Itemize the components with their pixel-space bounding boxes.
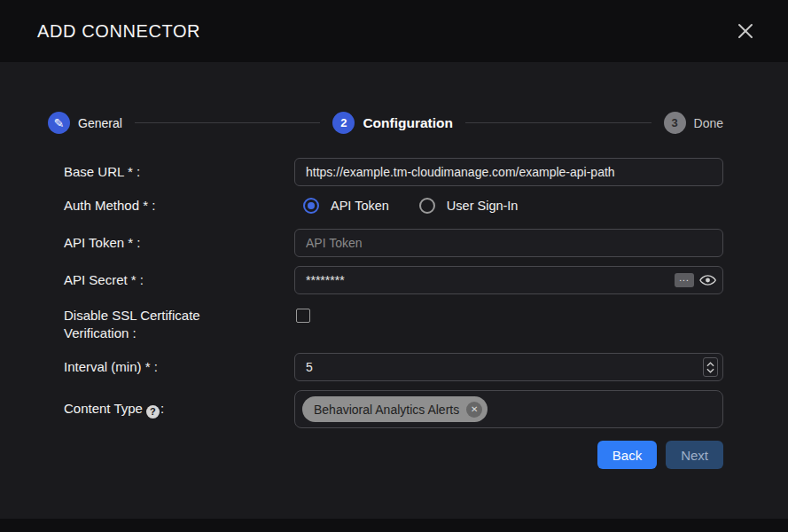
radio-user-signin-label: User Sign-In xyxy=(447,199,519,213)
pencil-icon: ✎ xyxy=(48,112,70,134)
dialog-title: ADD CONNECTOR xyxy=(37,21,200,42)
add-connector-dialog: ADD CONNECTOR ✎ General 2 Configuration … xyxy=(0,0,788,532)
dialog-actions: Back Next xyxy=(64,441,723,469)
step-done-label: Done xyxy=(694,116,723,130)
step-done: 3 Done xyxy=(664,112,723,134)
chip-remove-icon[interactable]: ✕ xyxy=(466,402,482,418)
stepper-divider xyxy=(465,122,651,123)
api-token-row: API Token * : xyxy=(64,229,723,257)
number-stepper[interactable] xyxy=(703,357,718,377)
back-button[interactable]: Back xyxy=(597,441,657,469)
api-token-label: API Token * : xyxy=(64,234,294,252)
step-general[interactable]: ✎ General xyxy=(48,112,122,134)
api-secret-input[interactable] xyxy=(294,266,723,294)
chip-label: Behavioral Analytics Alerts xyxy=(314,403,459,417)
dialog-header: ADD CONNECTOR xyxy=(0,0,788,62)
step-configuration[interactable]: 2 Configuration xyxy=(332,112,453,134)
api-secret-label: API Secret * : xyxy=(64,271,294,289)
next-button[interactable]: Next xyxy=(666,441,723,469)
step-configuration-number: 2 xyxy=(332,112,355,134)
step-general-label: General xyxy=(78,116,122,130)
auth-method-label: Auth Method * : xyxy=(64,197,294,215)
auth-method-radio-group: API Token User Sign-In xyxy=(294,198,723,214)
auth-method-row: Auth Method * : API Token User Sign-In xyxy=(64,197,723,215)
base-url-row: Base URL * : xyxy=(64,158,723,186)
base-url-label: Base URL * : xyxy=(64,163,294,181)
content-type-label: Content Type?: xyxy=(64,400,294,419)
content-type-row: Content Type?: Behavioral Analytics Aler… xyxy=(64,390,723,428)
interval-row: Interval (min) * : xyxy=(64,353,723,381)
interval-label: Interval (min) * : xyxy=(64,358,294,376)
content-type-colon: : xyxy=(160,401,164,416)
radio-api-token[interactable]: API Token xyxy=(303,198,389,214)
radio-api-token-label: API Token xyxy=(331,199,389,213)
content-type-input[interactable]: Behavioral Analytics Alerts ✕ xyxy=(294,390,723,428)
dialog-body: ✎ General 2 Configuration 3 Done Base UR… xyxy=(0,62,788,519)
disable-ssl-checkbox[interactable] xyxy=(296,309,310,323)
help-icon[interactable]: ? xyxy=(146,405,160,419)
content-type-chip: Behavioral Analytics Alerts ✕ xyxy=(302,396,488,422)
radio-selected-icon xyxy=(303,198,319,214)
api-token-input[interactable] xyxy=(294,229,723,257)
stepper-divider xyxy=(135,122,321,123)
api-secret-row: API Secret * : ... xyxy=(64,266,723,294)
close-icon[interactable] xyxy=(737,22,754,40)
disable-ssl-row: Disable SSL Certificate Verification : xyxy=(64,307,723,342)
step-done-number: 3 xyxy=(664,112,686,134)
stepper: ✎ General 2 Configuration 3 Done xyxy=(48,112,723,134)
radio-unselected-icon xyxy=(419,198,435,214)
interval-input[interactable] xyxy=(294,353,723,381)
page-background-strip xyxy=(0,519,788,532)
base-url-input[interactable] xyxy=(294,158,723,186)
step-configuration-label: Configuration xyxy=(363,115,453,131)
content-type-label-text: Content Type xyxy=(64,401,143,416)
show-password-eye-icon[interactable] xyxy=(699,274,716,286)
disable-ssl-label: Disable SSL Certificate Verification : xyxy=(64,307,294,342)
more-options-icon[interactable]: ... xyxy=(675,273,694,287)
radio-user-signin[interactable]: User Sign-In xyxy=(419,198,519,214)
